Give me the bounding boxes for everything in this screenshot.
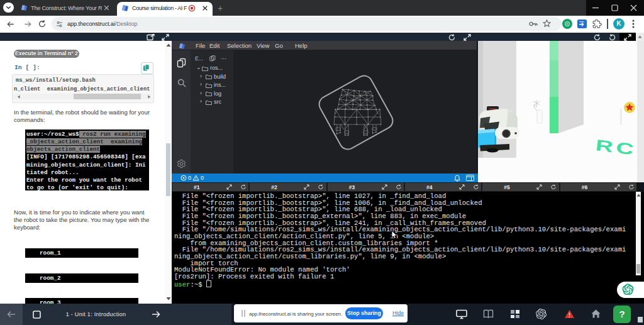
svg-text:RC: RC [594,136,637,158]
